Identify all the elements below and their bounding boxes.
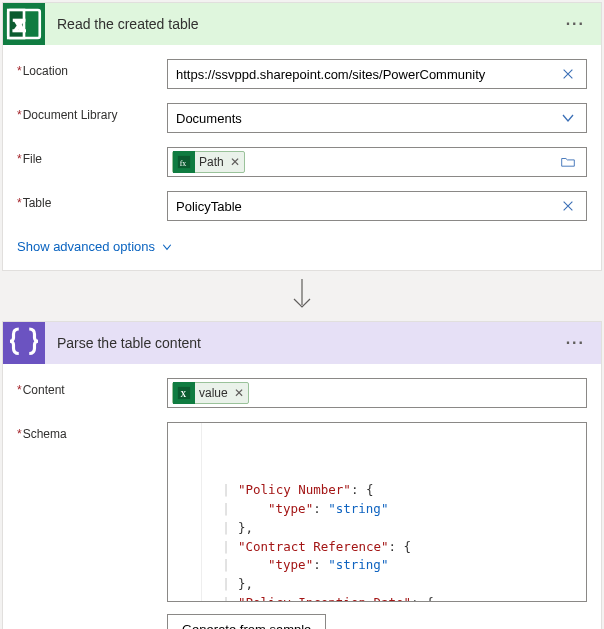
doclib-text[interactable] [174, 109, 556, 128]
file-row: File fx Path ✕ [17, 147, 587, 177]
excel-icon: X [3, 3, 45, 45]
card-title: Parse the table content [45, 335, 560, 351]
fx-icon: fx [173, 151, 195, 173]
table-text[interactable] [174, 197, 556, 216]
card-menu-icon[interactable]: ··· [560, 11, 591, 37]
card-menu-icon[interactable]: ··· [560, 330, 591, 356]
card-title: Read the created table [45, 16, 560, 32]
card-body: Content X value ✕ Schema |"P [3, 364, 601, 629]
excel-icon: X [173, 382, 195, 404]
content-input[interactable]: X value ✕ [167, 378, 587, 408]
clear-icon[interactable] [556, 194, 580, 218]
excel-action-card: X Read the created table ··· Location Do… [2, 2, 602, 271]
table-label: Table [17, 191, 167, 210]
table-row: Table [17, 191, 587, 221]
doclib-label: Document Library [17, 103, 167, 122]
svg-text:X: X [181, 390, 187, 399]
show-advanced-link[interactable]: Show advanced options [3, 235, 173, 270]
schema-editor[interactable]: |"Policy Number": {|"type": "string"|},|… [167, 422, 587, 602]
braces-icon [3, 322, 45, 364]
token-remove-icon[interactable]: ✕ [234, 386, 244, 400]
chevron-down-icon [161, 241, 173, 253]
doclib-row: Document Library [17, 103, 587, 133]
file-input[interactable]: fx Path ✕ [167, 147, 587, 177]
file-label: File [17, 147, 167, 166]
file-token[interactable]: fx Path ✕ [172, 151, 245, 173]
content-token-label: value [199, 386, 228, 400]
location-row: Location [17, 59, 587, 89]
svg-text:fx: fx [180, 159, 187, 168]
file-token-label: Path [199, 155, 224, 169]
location-text[interactable] [174, 65, 556, 84]
chevron-down-icon[interactable] [556, 106, 580, 130]
location-label: Location [17, 59, 167, 78]
schema-label: Schema [17, 422, 167, 441]
svg-text:X: X [14, 17, 26, 34]
location-input[interactable] [167, 59, 587, 89]
card-header[interactable]: X Read the created table ··· [3, 3, 601, 45]
clear-icon[interactable] [556, 62, 580, 86]
content-row: Content X value ✕ [17, 378, 587, 408]
flow-arrow-icon [0, 271, 604, 319]
table-input[interactable] [167, 191, 587, 221]
schema-row: Schema |"Policy Number": {|"type": "stri… [17, 422, 587, 629]
card-header[interactable]: Parse the table content ··· [3, 322, 601, 364]
card-body: Location Document Library [3, 45, 601, 221]
generate-sample-button[interactable]: Generate from sample [167, 614, 326, 629]
content-label: Content [17, 378, 167, 397]
token-remove-icon[interactable]: ✕ [230, 155, 240, 169]
advanced-label: Show advanced options [17, 239, 155, 254]
content-token[interactable]: X value ✕ [172, 382, 249, 404]
doclib-input[interactable] [167, 103, 587, 133]
folder-icon[interactable] [556, 150, 580, 174]
parse-action-card: Parse the table content ··· Content X va… [2, 321, 602, 629]
